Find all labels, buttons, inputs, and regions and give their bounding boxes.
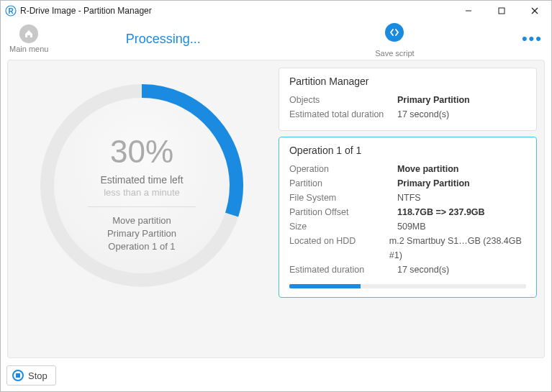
eta-label: Estimated time left (100, 174, 183, 186)
op-v: Primary Partition (397, 176, 470, 191)
op-v: 17 second(s) (397, 263, 449, 277)
summary-title: Partition Manager (289, 76, 526, 87)
gauge-op-lines: Move partition Primary Partition Operati… (107, 214, 176, 253)
table-row: Estimated duration17 second(s) (289, 263, 526, 277)
home-icon (19, 24, 38, 43)
stop-button[interactable]: Stop (6, 365, 56, 386)
main-menu-label: Main menu (9, 45, 48, 53)
left-panel: 30% Estimated time left less than a minu… (15, 65, 268, 350)
window-title: R-Drive Image - Partition Manager (20, 6, 452, 16)
op-k: Size (289, 219, 397, 234)
save-script-label: Save script (375, 49, 414, 58)
table-row: Estimated total duration 17 second(s) (289, 107, 526, 122)
table-row: OperationMove partition (289, 162, 526, 176)
summary-card: Partition Manager Objects Primary Partit… (279, 68, 537, 131)
svg-text:R: R (8, 7, 14, 15)
percent-text: 30% (110, 134, 173, 170)
gauge-line1: Move partition (107, 214, 176, 227)
window-controls (452, 1, 551, 21)
gauge-inner: 30% Estimated time left less than a minu… (54, 98, 230, 273)
gauge-divider (88, 206, 196, 207)
table-row: Located on HDDm.2 Smartbuy S1…GB (238.4G… (289, 234, 526, 263)
code-icon (385, 23, 404, 42)
table-row: PartitionPrimary Partition (289, 176, 526, 191)
content-panel: 30% Estimated time left less than a minu… (7, 60, 545, 358)
progress-gauge: 30% Estimated time left less than a minu… (27, 70, 257, 301)
gauge-line2: Primary Partition (107, 227, 176, 240)
table-row: File SystemNTFS (289, 191, 526, 205)
operation-progress-fill (289, 284, 361, 288)
main-menu-button[interactable]: Main menu (9, 24, 48, 53)
more-button[interactable]: ••• (512, 29, 543, 48)
op-k: Operation (289, 162, 397, 176)
op-k: Partition (289, 176, 397, 191)
op-v: m.2 Smartbuy S1…GB (238.4GB #1) (389, 234, 526, 263)
save-script-button[interactable]: Save script (278, 20, 512, 58)
summary-objects-v: Primary Partition (397, 93, 470, 107)
stop-label: Stop (28, 370, 47, 381)
gauge-line3: Operation 1 of 1 (107, 240, 176, 253)
right-panel: Partition Manager Objects Primary Partit… (279, 65, 537, 350)
titlebar: R R-Drive Image - Partition Manager (1, 1, 551, 21)
summary-objects-k: Objects (289, 93, 397, 107)
op-k: Located on HDD (289, 234, 389, 263)
op-k: Estimated duration (289, 263, 397, 277)
app-icon: R (5, 5, 17, 17)
table-row: Objects Primary Partition (289, 93, 526, 107)
toolbar: Main menu Processing... Save script ••• (1, 21, 551, 57)
table-row: Partition Offset118.7GB => 237.9GB (289, 205, 526, 219)
eta-value: less than a minute (104, 187, 180, 198)
table-row: Size509MB (289, 219, 526, 234)
operation-card: Operation 1 of 1 OperationMove partition… (279, 137, 537, 298)
more-dots-icon: ••• (522, 29, 543, 48)
op-v: Move partition (397, 162, 458, 176)
op-k: Partition Offset (289, 205, 397, 219)
op-v: 118.7GB => 237.9GB (397, 205, 485, 219)
summary-dur-v: 17 second(s) (397, 107, 449, 122)
minimize-button[interactable] (452, 1, 485, 21)
op-v: 509MB (397, 219, 426, 234)
stop-icon (12, 370, 24, 381)
bottom-bar: Stop (6, 365, 56, 386)
maximize-button[interactable] (485, 1, 518, 21)
op-k: File System (289, 191, 397, 205)
operation-title: Operation 1 of 1 (289, 145, 526, 156)
close-button[interactable] (518, 1, 551, 21)
svg-rect-3 (499, 8, 505, 14)
processing-title: Processing... (48, 32, 278, 47)
op-v: NTFS (397, 191, 421, 205)
summary-dur-k: Estimated total duration (289, 107, 397, 122)
operation-progress-bar (289, 284, 526, 288)
